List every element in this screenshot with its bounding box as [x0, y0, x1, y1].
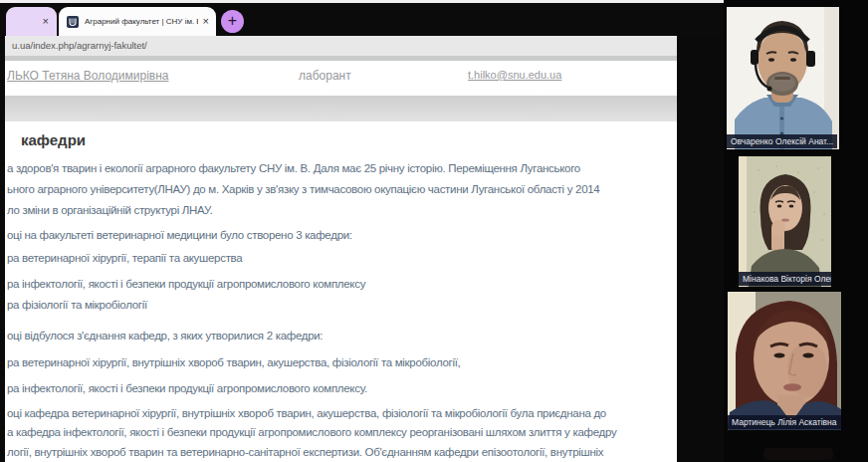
shared-page: ЛЬКО Тетяна Володимирівна лаборант t.hil… [5, 56, 677, 462]
staff-email-link[interactable]: t.hilko@snu.edu.ua [468, 69, 561, 81]
page-text-line: ра інфектології, якості і безпеки продук… [7, 278, 677, 290]
page-text-line: а здоров'я тварин і екології аграрного ф… [7, 162, 677, 174]
page-text-line: ра ветеринарної хірургії, внутрішніх хво… [7, 356, 677, 368]
participant-2-name-label: Мінакова Вікторія Олекса... [739, 272, 831, 286]
page-text-line: оці кафедра ветеринарної хірургії, внутр… [7, 407, 677, 419]
tab-title: Аграрний факультет | СНУ ім. В [85, 17, 198, 26]
participant-1-portrait [727, 7, 839, 149]
university-favicon-icon [66, 15, 80, 29]
page-text-line: логії, внутрішніх хвороб тварин та ветер… [7, 446, 677, 458]
page-heading: кафедри [21, 131, 86, 148]
page-text-line: ра інфектології, якості і безпеки продук… [7, 382, 677, 394]
page-text-line: оці на факультеті ветеринарної медицини … [7, 229, 677, 241]
meeting-window: × Аграрний факультет | СНУ ім. В × + u.u… [0, 0, 868, 462]
new-tab-button[interactable]: + [221, 10, 244, 33]
page-text-line: ьного аграрного університету(ЛНАУ) до м.… [7, 183, 677, 195]
partial-next-tile [763, 448, 833, 460]
section-divider-band [5, 96, 677, 121]
staff-role: лаборант [299, 69, 351, 83]
participant-3-name-label: Мартинець Лілія Аскатівна [728, 415, 841, 429]
page-text-line: ра ветеринарної хірургії, терапії та аку… [7, 252, 677, 264]
participant-3-portrait [728, 292, 841, 430]
page-text-line: ра фізіології та мікробіології [7, 299, 677, 311]
participant-video-3[interactable]: Мартинець Лілія Аскатівна [728, 292, 841, 430]
staff-name-link[interactable]: ЛЬКО Тетяна Володимирівна [7, 69, 168, 83]
participant-video-1[interactable]: Овчаренко Олексій Анат... [727, 7, 839, 149]
participants-panel: Овчаренко Олексій Анат... [724, 0, 868, 462]
participant-1-name-label: Овчаренко Олексій Анат... [727, 134, 837, 148]
partial-tab[interactable]: × [6, 7, 57, 36]
page-text-line: ло зміни в організаційній структурі ЛНАУ… [7, 204, 677, 216]
page-divider [5, 56, 677, 61]
address-bar[interactable]: u.ua/index.php/agrarnyj-fakultet/ [5, 36, 677, 56]
browser-tab-bar: × Аграрний факультет | СНУ ім. В × + [0, 3, 724, 36]
page-text-line: оці відбулося з'єднання кафедр, з яких у… [7, 330, 677, 342]
participant-video-2[interactable]: Мінакова Вікторія Олекса... [739, 156, 831, 287]
tab-close-icon[interactable]: × [203, 16, 209, 27]
page-text-line: а кафедра інфектології, якості і безпеки… [7, 426, 677, 438]
active-tab[interactable]: Аграрний факультет | СНУ ім. В × [59, 7, 216, 36]
tab-close-icon[interactable]: × [43, 16, 49, 27]
participant-2-portrait [739, 156, 831, 287]
